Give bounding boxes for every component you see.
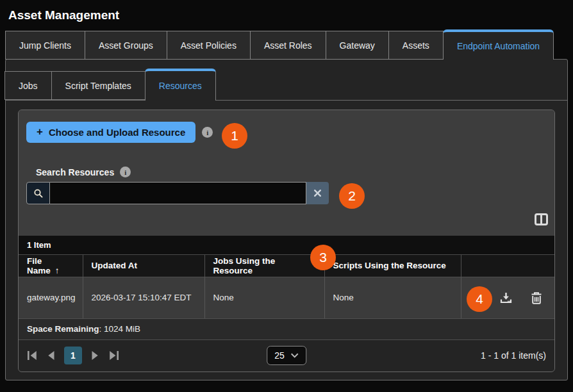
- first-page-icon: [27, 350, 38, 361]
- last-page-icon: [108, 350, 119, 361]
- cell-jobs-using: None: [204, 277, 324, 318]
- endpoint-automation-panel: Jobs Script Templates Resources + Choose…: [5, 59, 568, 380]
- next-page-button[interactable]: [91, 350, 99, 361]
- sub-tab-bar: Jobs Script Templates Resources: [5, 68, 567, 100]
- pager-controls: 1: [27, 347, 119, 364]
- search-box: [26, 182, 329, 204]
- callout-badge-3: 3: [310, 245, 336, 270]
- space-remaining-row: Space Remaining: 1024 MiB: [19, 319, 554, 340]
- pagination-bar: 1: [19, 340, 554, 372]
- chevron-down-icon: [290, 353, 299, 358]
- current-page-button[interactable]: 1: [64, 347, 82, 364]
- search-resources-input[interactable]: [50, 182, 306, 204]
- next-page-icon: [91, 350, 99, 361]
- tab-jump-clients[interactable]: Jump Clients: [5, 31, 85, 60]
- column-header-updated-at[interactable]: Updated At: [83, 255, 204, 277]
- tab-jobs[interactable]: Jobs: [4, 71, 52, 100]
- cell-scripts-using: None: [324, 277, 461, 318]
- tab-endpoint-automation[interactable]: Endpoint Automation: [443, 29, 554, 60]
- choose-and-upload-resource-button[interactable]: + Choose and Upload Resource: [26, 122, 195, 143]
- tab-asset-policies[interactable]: Asset Policies: [167, 31, 251, 60]
- cell-file-name: gateway.png: [19, 277, 83, 318]
- sort-ascending-icon: ↑: [55, 266, 60, 275]
- columns-icon: [535, 213, 548, 225]
- resources-toolbar-section: + Choose and Upload Resource i Search Re…: [19, 110, 554, 236]
- main-tab-bar: Jump Clients Asset Groups Asset Policies…: [5, 29, 568, 60]
- resources-box: + Choose and Upload Resource i Search Re…: [18, 110, 555, 372]
- upload-row: + Choose and Upload Resource i: [26, 122, 548, 143]
- page-size-value: 25: [274, 350, 285, 361]
- table-header-row: File Name↑ Updated At Jobs Using the Res…: [19, 255, 554, 277]
- item-count-bar: 1 Item: [19, 236, 554, 255]
- upload-info-icon[interactable]: i: [202, 127, 213, 138]
- search-resources-label: Search Resources: [36, 167, 114, 177]
- page-title: Asset Management: [0, 0, 573, 29]
- previous-page-button[interactable]: [47, 350, 55, 361]
- column-header-scripts-using[interactable]: Scripts Using the Resource: [324, 255, 461, 277]
- callout-badge-4: 4: [467, 286, 492, 312]
- download-resource-button[interactable]: [499, 291, 513, 304]
- cell-updated-at: 2026-03-17 15:10:47 EDT: [83, 277, 204, 318]
- callout-badge-2: 2: [339, 183, 365, 209]
- plus-icon: +: [37, 126, 43, 138]
- page-size-select[interactable]: 25: [267, 346, 306, 365]
- search-info-icon[interactable]: i: [120, 167, 131, 177]
- tab-asset-groups[interactable]: Asset Groups: [85, 31, 167, 60]
- tab-asset-roles[interactable]: Asset Roles: [250, 31, 326, 60]
- delete-resource-button[interactable]: [531, 291, 542, 304]
- resources-tab-content: + Choose and Upload Resource i Search Re…: [6, 100, 567, 372]
- column-header-file-name[interactable]: File Name↑: [19, 255, 83, 277]
- column-header-actions: [461, 255, 554, 277]
- column-header-jobs-using[interactable]: Jobs Using the Resource: [204, 255, 324, 277]
- search-icon: [26, 182, 50, 204]
- tab-assets[interactable]: Assets: [388, 31, 444, 60]
- trash-icon: [531, 291, 542, 304]
- callout-badge-1: 1: [222, 123, 247, 149]
- upload-button-label: Choose and Upload Resource: [49, 127, 185, 138]
- space-remaining-label: Space Remaining: [27, 324, 99, 334]
- close-icon: [313, 189, 322, 197]
- tab-resources[interactable]: Resources: [145, 69, 216, 101]
- download-icon: [499, 291, 513, 304]
- clear-search-button[interactable]: [306, 182, 329, 204]
- column-picker-row: [26, 213, 548, 225]
- tab-gateway[interactable]: Gateway: [326, 31, 389, 60]
- column-picker-button[interactable]: [535, 213, 548, 225]
- tab-script-templates[interactable]: Script Templates: [51, 71, 145, 100]
- space-remaining-value: : 1024 MiB: [99, 324, 141, 334]
- last-page-button[interactable]: [108, 350, 119, 361]
- search-label-row: Search Resources i: [36, 167, 548, 177]
- first-page-button[interactable]: [27, 350, 38, 361]
- items-range-text: 1 - 1 of 1 item(s): [481, 350, 546, 361]
- asset-management-page: Asset Management Jump Clients Asset Grou…: [0, 0, 573, 392]
- previous-page-icon: [47, 350, 55, 361]
